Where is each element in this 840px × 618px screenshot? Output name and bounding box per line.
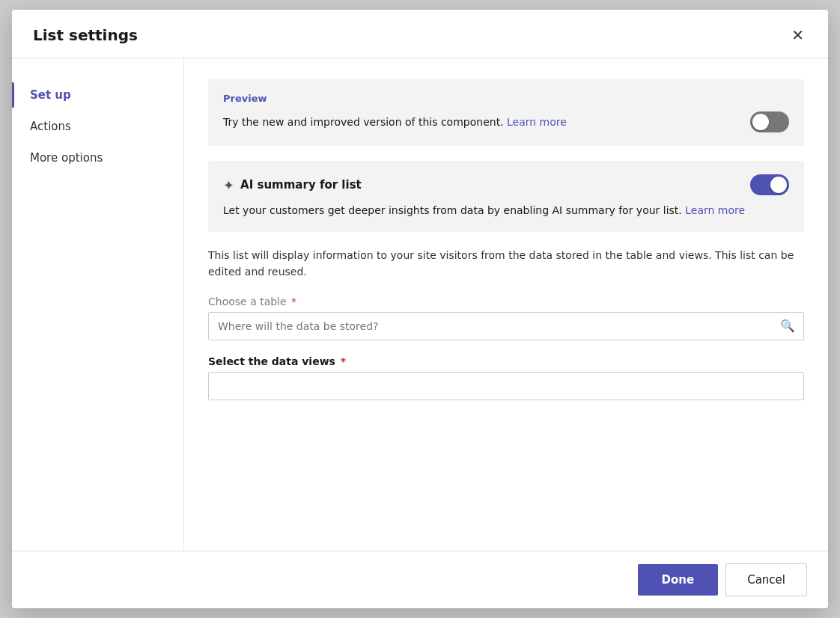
sidebar-item-more-options[interactable]: More options bbox=[12, 142, 183, 174]
ai-card-title-row: ✦ AI summary for list bbox=[223, 177, 362, 193]
choose-table-required: * bbox=[288, 296, 296, 308]
cancel-button[interactable]: Cancel bbox=[725, 563, 807, 596]
preview-toggle[interactable] bbox=[750, 111, 789, 132]
preview-toggle-thumb bbox=[752, 114, 769, 130]
preview-label: Preview bbox=[223, 93, 789, 104]
choose-table-input[interactable] bbox=[208, 312, 804, 340]
select-views-input[interactable] bbox=[208, 372, 804, 400]
ai-summary-card: ✦ AI summary for list Let your customers… bbox=[208, 161, 804, 232]
ai-card-description: Let your customers get deeper insights f… bbox=[223, 203, 789, 218]
preview-toggle-track bbox=[750, 111, 789, 132]
dialog-footer: Done Cancel bbox=[12, 551, 828, 608]
select-views-required: * bbox=[337, 355, 346, 367]
choose-table-section: Choose a table * 🔍 bbox=[208, 296, 804, 340]
ai-card-title: AI summary for list bbox=[240, 178, 362, 192]
preview-card: Preview Try the new and improved version… bbox=[208, 79, 804, 146]
main-content: Preview Try the new and improved version… bbox=[184, 58, 828, 551]
dialog-title: List settings bbox=[33, 26, 138, 44]
sidebar-item-setup-label: Set up bbox=[30, 88, 71, 102]
dialog-header: List settings ✕ bbox=[12, 10, 828, 58]
sidebar-item-actions-label: Actions bbox=[30, 120, 71, 133]
sidebar: Set up Actions More options bbox=[12, 58, 184, 551]
close-button[interactable]: ✕ bbox=[788, 25, 807, 46]
list-settings-dialog: List settings ✕ Set up Actions More opti… bbox=[12, 10, 828, 608]
ai-sparkle-icon: ✦ bbox=[223, 177, 234, 193]
choose-table-label: Choose a table * bbox=[208, 296, 804, 308]
choose-table-input-wrapper: 🔍 bbox=[208, 312, 804, 340]
dialog-body: Set up Actions More options Preview Try … bbox=[12, 58, 828, 551]
sidebar-item-more-options-label: More options bbox=[30, 151, 103, 165]
preview-learn-more-link[interactable]: Learn more bbox=[507, 116, 567, 128]
sidebar-item-actions[interactable]: Actions bbox=[12, 111, 183, 142]
done-button[interactable]: Done bbox=[638, 564, 719, 596]
ai-toggle-thumb bbox=[770, 177, 787, 193]
close-icon: ✕ bbox=[791, 28, 804, 43]
preview-card-row: Try the new and improved version of this… bbox=[223, 111, 789, 132]
select-views-section: Select the data views * bbox=[208, 355, 804, 400]
select-views-label: Select the data views * bbox=[208, 355, 804, 367]
ai-toggle-track bbox=[750, 174, 789, 195]
ai-card-header: ✦ AI summary for list bbox=[223, 174, 789, 195]
preview-text: Try the new and improved version of this… bbox=[223, 116, 738, 128]
sidebar-item-setup[interactable]: Set up bbox=[12, 79, 183, 111]
list-description: This list will display information to yo… bbox=[208, 247, 804, 281]
ai-learn-more-link[interactable]: Learn more bbox=[685, 204, 745, 216]
ai-toggle[interactable] bbox=[750, 174, 789, 195]
